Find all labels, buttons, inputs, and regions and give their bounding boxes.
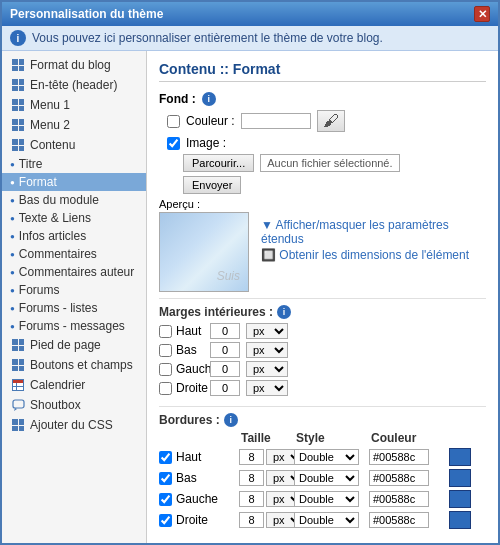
apercu-label: Aperçu : [159, 198, 249, 210]
preview-box: Suis [159, 212, 249, 292]
margin-label-bas: Bas [159, 343, 204, 357]
border-droite-color[interactable] [369, 512, 429, 528]
apercu-col: Aperçu : Suis [159, 198, 249, 292]
margin-label-droite: Droite [159, 381, 204, 395]
bullet-commentaires-auteur: ● [10, 268, 15, 277]
margin-bas-unit[interactable]: px%em [246, 342, 288, 358]
bullet-titre: ● [10, 160, 15, 169]
margin-droite-checkbox[interactable] [159, 382, 172, 395]
sidebar-label-ajouter-css: Ajouter du CSS [30, 418, 113, 432]
border-droite-size[interactable] [239, 512, 264, 528]
border-gauche-color[interactable] [369, 491, 429, 507]
sidebar-label-format: Format [19, 175, 57, 189]
parcourir-button[interactable]: Parcourir... [183, 154, 254, 172]
bordures-section: Bordures : i Taille Style Couleur Haut [159, 413, 486, 529]
margin-label-gauche: Gauche [159, 362, 204, 376]
bullet-bas-module: ● [10, 196, 15, 205]
border-bas-checkbox[interactable] [159, 472, 172, 485]
border-row-gauche: Gauche px DoubleAucuneSolide [159, 490, 486, 508]
bullet-texte-liens: ● [10, 214, 15, 223]
afficher-masquer-row[interactable]: ▼ Afficher/masquer les paramètres étendu… [261, 218, 486, 246]
margin-bas-input[interactable] [210, 342, 240, 358]
col-empty [161, 431, 241, 445]
sidebar-label-boutons-champs: Boutons et champs [30, 358, 133, 372]
border-haut-text: Haut [176, 450, 201, 464]
content-area: Contenu :: Format Fond : i Couleur : 🖌 [147, 51, 498, 543]
sidebar-item-commentaires-auteur[interactable]: ● Commentaires auteur [2, 263, 146, 281]
border-droite-label: Droite [159, 513, 239, 527]
sidebar-item-forums-listes[interactable]: ● Forums - listes [2, 299, 146, 317]
border-haut-checkbox[interactable] [159, 451, 172, 464]
sidebar-item-infos-articles[interactable]: ● Infos articles [2, 227, 146, 245]
close-button[interactable]: ✕ [474, 6, 490, 22]
fond-section: Fond : i Couleur : 🖌 Image : Parcourir..… [159, 92, 486, 292]
border-haut-style[interactable]: DoubleAucuneSolide [294, 449, 359, 465]
margin-haut-input[interactable] [210, 323, 240, 339]
sidebar-item-header[interactable]: En-tête (header) [2, 75, 146, 95]
border-bas-size[interactable] [239, 470, 264, 486]
border-gauche-size[interactable] [239, 491, 264, 507]
bordures-title-text: Bordures : [159, 413, 220, 427]
sidebar-item-contenu[interactable]: Contenu [2, 135, 146, 155]
border-gauche-checkbox[interactable] [159, 493, 172, 506]
sidebar-item-forums[interactable]: ● Forums [2, 281, 146, 299]
sidebar-label-format-blog: Format du blog [30, 58, 111, 72]
border-haut-color-picker[interactable] [449, 448, 471, 466]
border-droite-style[interactable]: DoubleAucuneSolide [294, 512, 359, 528]
margin-bas-checkbox[interactable] [159, 344, 172, 357]
sidebar-item-calendrier[interactable]: Calendrier [2, 375, 146, 395]
margin-droite-input[interactable] [210, 380, 240, 396]
border-droite-color-picker[interactable] [449, 511, 471, 529]
sidebar-item-ajouter-css[interactable]: Ajouter du CSS [2, 415, 146, 435]
sidebar-item-titre[interactable]: ● Titre [2, 155, 146, 173]
sidebar-item-forums-messages[interactable]: ● Forums - messages [2, 317, 146, 335]
sidebar-item-menu2[interactable]: Menu 2 [2, 115, 146, 135]
margin-gauche-unit[interactable]: px%em [246, 361, 288, 377]
margin-droite-unit[interactable]: px%em [246, 380, 288, 396]
extended-options: ▼ Afficher/masquer les paramètres étendu… [261, 218, 486, 292]
border-bas-color[interactable] [369, 470, 429, 486]
margin-gauche-input[interactable] [210, 361, 240, 377]
margin-haut-unit[interactable]: px%em [246, 323, 288, 339]
border-bas-color-picker[interactable] [449, 469, 471, 487]
border-haut-size[interactable] [239, 449, 264, 465]
fond-label-row: Fond : i [159, 92, 486, 106]
margin-haut-checkbox[interactable] [159, 325, 172, 338]
sidebar-item-commentaires[interactable]: ● Commentaires [2, 245, 146, 263]
border-gauche-style[interactable]: DoubleAucuneSolide [294, 491, 359, 507]
image-label: Image : [186, 136, 226, 150]
border-gauche-color-picker[interactable] [449, 490, 471, 508]
col-style: Style [296, 431, 371, 445]
margin-bas-text: Bas [176, 343, 197, 357]
sidebar: Format du blog En-tête (header) Menu 1 M… [2, 51, 147, 543]
sidebar-item-boutons-champs[interactable]: Boutons et champs [2, 355, 146, 375]
sidebar-label-calendrier: Calendrier [30, 378, 85, 392]
color-picker-button[interactable]: 🖌 [317, 110, 345, 132]
border-haut-color[interactable] [369, 449, 429, 465]
title-bar: Personnalisation du thème ✕ [2, 2, 498, 26]
envoyer-button[interactable]: Envoyer [183, 176, 241, 194]
grid-icon-pied [10, 338, 26, 352]
sidebar-item-texte-liens[interactable]: ● Texte & Liens [2, 209, 146, 227]
sidebar-item-menu1[interactable]: Menu 1 [2, 95, 146, 115]
border-droite-checkbox[interactable] [159, 514, 172, 527]
margin-row-bas: Bas px%em [159, 342, 486, 358]
sidebar-item-bas-module[interactable]: ● Bas du module [2, 191, 146, 209]
sidebar-item-format[interactable]: ● Format [2, 173, 146, 191]
border-bas-style[interactable]: DoubleAucuneSolide [294, 470, 359, 486]
couleur-input[interactable] [241, 113, 311, 129]
sidebar-label-forums: Forums [19, 283, 60, 297]
sidebar-item-format-blog[interactable]: Format du blog [2, 55, 146, 75]
margin-gauche-checkbox[interactable] [159, 363, 172, 376]
margin-row-haut: Haut px%em [159, 323, 486, 339]
sidebar-label-header: En-tête (header) [30, 78, 117, 92]
dimensions-label: 🔲 Obtenir les dimensions de l'élément [261, 248, 469, 262]
image-checkbox[interactable] [167, 137, 180, 150]
couleur-checkbox[interactable] [167, 115, 180, 128]
dimensions-row[interactable]: 🔲 Obtenir les dimensions de l'élément [261, 248, 486, 262]
sidebar-item-pied-page[interactable]: Pied de page [2, 335, 146, 355]
sidebar-item-shoutbox[interactable]: Shoutbox [2, 395, 146, 415]
afficher-masquer-label: ▼ Afficher/masquer les paramètres étendu… [261, 218, 486, 246]
border-haut-label: Haut [159, 450, 239, 464]
marges-section: Marges intérieures : i Haut px%em Bas [159, 305, 486, 396]
